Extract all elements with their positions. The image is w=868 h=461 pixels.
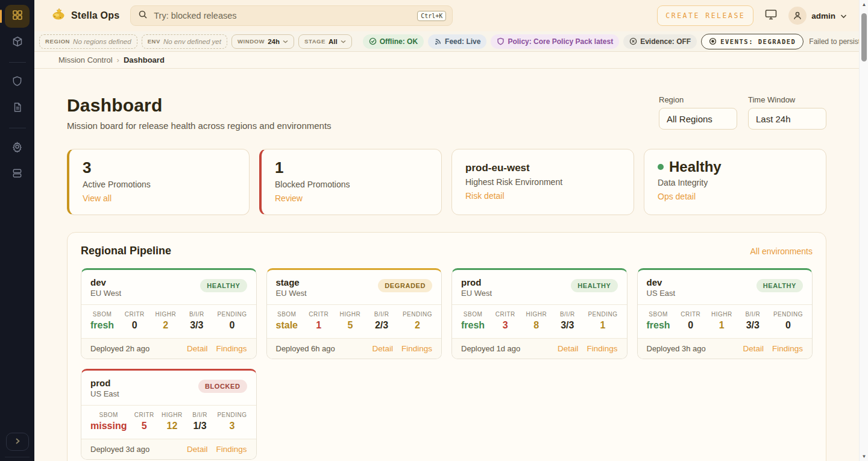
scrollbar-down-arrow[interactable]: ▼ (860, 452, 868, 461)
detail-link[interactable]: Detail (187, 445, 208, 454)
highest-risk-label: Highest Risk Environment (465, 177, 620, 187)
pending-stat: PENDING1 (588, 311, 617, 331)
env-region: EU West (276, 289, 307, 298)
detail-link[interactable]: Detail (558, 344, 579, 353)
pending-stat: PENDING0 (773, 311, 803, 331)
global-search[interactable]: Ctrl+K (130, 5, 453, 26)
breadcrumb-separator: › (117, 55, 119, 64)
env-region: EU West (90, 289, 121, 298)
brand[interactable]: Stella Ops (51, 8, 119, 24)
search-icon (138, 10, 148, 22)
chevron-right-icon (14, 436, 21, 447)
logo-icon (51, 8, 66, 24)
region-filter-label: Region (659, 95, 737, 104)
critr-stat: CRITR5 (134, 412, 154, 431)
sbom-stat: SBOMfresh (461, 311, 485, 331)
stage-context-label: STAGE (304, 38, 326, 45)
time-window-filter-select[interactable]: Last 24h (748, 108, 826, 130)
sidebar-expand-button[interactable] (6, 433, 29, 451)
data-integrity-label: Data Integrity (658, 178, 813, 187)
env-name: stage (276, 277, 307, 287)
blocked-promotions-value: 1 (275, 159, 428, 177)
avatar (788, 7, 807, 25)
env-card-header: dev EU West HEALTHY (81, 270, 256, 304)
sidebar-item-releases[interactable] (5, 31, 30, 54)
findings-link[interactable]: Findings (587, 344, 617, 353)
detail-link[interactable]: Detail (187, 344, 208, 353)
data-integrity-text: Healthy (669, 158, 722, 175)
env-context-pill[interactable]: ENV No env defined yet (142, 34, 227, 49)
scrollbar-thumb[interactable] (861, 13, 867, 61)
env-card-header: dev US East HEALTHY (638, 270, 813, 304)
sidebar-item-settings[interactable] (5, 136, 30, 159)
findings-link[interactable]: Findings (216, 344, 247, 353)
window-context-pill[interactable]: WINDOW 24h (231, 34, 294, 49)
env-stats: SBOMfresh CRITR3 HIGHR8 B/I/R3/3 PENDING… (452, 304, 627, 338)
create-release-button[interactable]: CREATE RELEASE (657, 5, 753, 26)
search-input[interactable] (154, 11, 417, 20)
display-mode-icon[interactable] (764, 8, 778, 23)
env-footer: Deployed 6h ago DetailFindings (267, 338, 442, 359)
region-context-pill[interactable]: REGION No regions defined (39, 34, 137, 49)
policy-status-pill[interactable]: Policy: Core Policy Pack latest (491, 34, 619, 49)
sidebar-item-documents[interactable] (5, 97, 30, 120)
data-integrity-card: Healthy Data Integrity Ops detail (644, 149, 826, 215)
sidebar-item-dashboard[interactable] (5, 5, 30, 28)
review-link[interactable]: Review (275, 193, 303, 203)
sidebar-item-security[interactable] (5, 71, 30, 93)
time-window-filter-value: Last 24h (756, 114, 791, 124)
all-environments-link[interactable]: All environments (750, 246, 813, 256)
scrollbar-up-arrow[interactable]: ▲ (860, 0, 868, 9)
events-status-pill[interactable]: EVENTS: DEGRADED (701, 34, 804, 49)
stage-context-pill[interactable]: STAGE All (298, 34, 352, 49)
page-title: Dashboard (67, 95, 332, 116)
offline-status-pill[interactable]: Offline: OK (363, 34, 424, 49)
risk-detail-link[interactable]: Risk detail (465, 191, 505, 201)
data-integrity-value: Healthy (658, 159, 813, 175)
env-stats: SBOMstale CRITR1 HIGHR5 B/I/R2/3 PENDING… (267, 304, 442, 338)
region-context-label: REGION (45, 38, 70, 45)
env-card-header: prod US East BLOCKED (81, 371, 256, 405)
healthy-dot-icon (658, 164, 664, 170)
page-scrollbar[interactable]: ▲ ▼ (859, 0, 868, 461)
highr-stat: HIGHR12 (162, 412, 183, 431)
sidebar-item-infrastructure[interactable] (5, 163, 30, 186)
findings-link[interactable]: Findings (401, 344, 432, 353)
env-card-prod-us-east: prod US East BLOCKED SBOMmissing CRITR5 … (81, 369, 257, 460)
bir-stat: B/I/R3/3 (557, 311, 577, 331)
circle-dot-icon (709, 37, 717, 45)
deployed-text: Deployed 6h ago (276, 344, 335, 353)
page-filters: Region All Regions Time Window Last 24h (659, 95, 826, 130)
events-status-label: EVENTS: DEGRADED (720, 38, 796, 45)
critr-stat: CRITR0 (124, 311, 145, 331)
dashboard-grid-icon (11, 9, 24, 24)
detail-link[interactable]: Detail (743, 344, 764, 353)
region-filter-select[interactable]: All Regions (659, 108, 737, 130)
findings-link[interactable]: Findings (772, 344, 803, 353)
page-content: Dashboard Mission board for release heal… (34, 69, 859, 461)
evidence-status-pill[interactable]: Evidence: OFF (623, 34, 697, 49)
breadcrumb-mission-control[interactable]: Mission Control (58, 55, 113, 64)
regional-pipeline-panel: Regional Pipeline All environments dev E… (67, 232, 826, 461)
x-circle-icon (629, 37, 637, 45)
sbom-stat: SBOMstale (276, 311, 298, 331)
view-all-link[interactable]: View all (83, 193, 112, 203)
findings-link[interactable]: Findings (216, 445, 247, 454)
sbom-stat: SBOMfresh (647, 311, 670, 331)
detail-link[interactable]: Detail (372, 344, 393, 353)
active-promotions-label: Active Promotions (83, 180, 236, 189)
feed-status-pill[interactable]: Feed: Live (428, 34, 486, 49)
breadcrumb: Mission Control › Dashboard (34, 52, 859, 69)
sidebar-bottom (0, 433, 34, 461)
document-icon (12, 102, 23, 115)
evidence-status-label: Evidence: OFF (640, 37, 691, 46)
ops-detail-link[interactable]: Ops detail (658, 192, 696, 201)
env-footer: Deployed 2h ago DetailFindings (81, 338, 256, 359)
server-stack-icon (11, 168, 23, 181)
sbom-stat: SBOMmissing (90, 412, 127, 431)
user-menu[interactable]: admin (788, 7, 847, 25)
env-name: dev (647, 277, 676, 287)
deployed-text: Deployed 2h ago (90, 344, 149, 353)
active-promotions-value: 3 (83, 159, 236, 177)
status-badge: HEALTHY (756, 279, 803, 292)
